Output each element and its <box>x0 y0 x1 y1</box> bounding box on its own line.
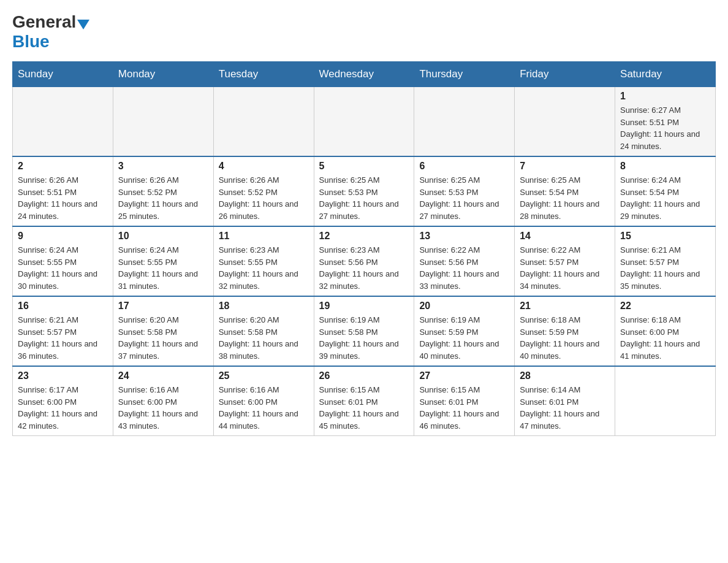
calendar-day-cell: 21Sunrise: 6:18 AMSunset: 5:59 PMDayligh… <box>515 296 615 366</box>
day-number: 25 <box>219 370 309 381</box>
calendar-day-cell: 26Sunrise: 6:15 AMSunset: 6:01 PMDayligh… <box>314 366 414 436</box>
calendar-day-cell: 18Sunrise: 6:20 AMSunset: 5:58 PMDayligh… <box>213 296 314 366</box>
day-number: 17 <box>118 301 208 312</box>
calendar-day-cell: 1Sunrise: 6:27 AMSunset: 5:51 PMDaylight… <box>615 87 716 157</box>
day-info: Sunrise: 6:26 AMSunset: 5:52 PMDaylight:… <box>219 174 309 222</box>
calendar-day-cell: 24Sunrise: 6:16 AMSunset: 6:00 PMDayligh… <box>113 366 213 436</box>
day-number: 18 <box>219 301 309 312</box>
calendar-day-cell: 22Sunrise: 6:18 AMSunset: 6:00 PMDayligh… <box>615 296 716 366</box>
calendar-day-cell: 9Sunrise: 6:24 AMSunset: 5:55 PMDaylight… <box>13 226 113 296</box>
day-info: Sunrise: 6:18 AMSunset: 6:00 PMDaylight:… <box>620 314 710 362</box>
calendar-day-cell <box>414 87 515 157</box>
day-number: 11 <box>219 231 309 242</box>
day-number: 21 <box>520 301 610 312</box>
logo: General Blue <box>12 12 91 52</box>
calendar-header-row: Sunday Monday Tuesday Wednesday Thursday… <box>13 62 716 87</box>
calendar-day-cell: 12Sunrise: 6:23 AMSunset: 5:56 PMDayligh… <box>314 226 414 296</box>
calendar-day-cell: 14Sunrise: 6:22 AMSunset: 5:57 PMDayligh… <box>515 226 615 296</box>
day-info: Sunrise: 6:21 AMSunset: 5:57 PMDaylight:… <box>18 314 108 362</box>
day-number: 10 <box>118 231 208 242</box>
day-info: Sunrise: 6:22 AMSunset: 5:56 PMDaylight:… <box>419 244 509 292</box>
day-info: Sunrise: 6:26 AMSunset: 5:51 PMDaylight:… <box>18 174 108 222</box>
calendar-day-cell: 13Sunrise: 6:22 AMSunset: 5:56 PMDayligh… <box>414 226 515 296</box>
day-number: 23 <box>18 370 108 381</box>
calendar-day-cell: 16Sunrise: 6:21 AMSunset: 5:57 PMDayligh… <box>13 296 113 366</box>
day-info: Sunrise: 6:17 AMSunset: 6:00 PMDaylight:… <box>18 384 108 432</box>
page-header: General Blue <box>12 12 716 52</box>
day-info: Sunrise: 6:21 AMSunset: 5:57 PMDaylight:… <box>620 244 710 292</box>
day-info: Sunrise: 6:23 AMSunset: 5:56 PMDaylight:… <box>319 244 409 292</box>
calendar-day-cell: 19Sunrise: 6:19 AMSunset: 5:58 PMDayligh… <box>314 296 414 366</box>
day-info: Sunrise: 6:25 AMSunset: 5:53 PMDaylight:… <box>419 174 509 222</box>
day-info: Sunrise: 6:24 AMSunset: 5:55 PMDaylight:… <box>118 244 208 292</box>
day-number: 4 <box>219 161 309 172</box>
calendar-day-cell: 6Sunrise: 6:25 AMSunset: 5:53 PMDaylight… <box>414 156 515 226</box>
day-info: Sunrise: 6:19 AMSunset: 5:59 PMDaylight:… <box>419 314 509 362</box>
calendar-day-cell: 5Sunrise: 6:25 AMSunset: 5:53 PMDaylight… <box>314 156 414 226</box>
logo-blue-text: Blue <box>12 32 50 51</box>
day-info: Sunrise: 6:14 AMSunset: 6:01 PMDaylight:… <box>520 384 610 432</box>
calendar-day-cell <box>113 87 213 157</box>
day-info: Sunrise: 6:24 AMSunset: 5:54 PMDaylight:… <box>620 174 710 222</box>
calendar-day-cell: 3Sunrise: 6:26 AMSunset: 5:52 PMDaylight… <box>113 156 213 226</box>
header-saturday: Saturday <box>615 62 716 87</box>
calendar-day-cell: 23Sunrise: 6:17 AMSunset: 6:00 PMDayligh… <box>13 366 113 436</box>
day-info: Sunrise: 6:19 AMSunset: 5:58 PMDaylight:… <box>319 314 409 362</box>
day-number: 3 <box>118 161 208 172</box>
day-number: 20 <box>419 301 509 312</box>
day-number: 2 <box>18 161 108 172</box>
calendar-day-cell: 28Sunrise: 6:14 AMSunset: 6:01 PMDayligh… <box>515 366 615 436</box>
calendar-day-cell <box>515 87 615 157</box>
day-number: 27 <box>419 370 509 381</box>
day-info: Sunrise: 6:18 AMSunset: 5:59 PMDaylight:… <box>520 314 610 362</box>
header-friday: Friday <box>515 62 615 87</box>
day-number: 26 <box>319 370 409 381</box>
day-number: 14 <box>520 231 610 242</box>
calendar-week-row: 16Sunrise: 6:21 AMSunset: 5:57 PMDayligh… <box>13 296 716 366</box>
logo-triangle-icon <box>77 20 89 29</box>
day-info: Sunrise: 6:23 AMSunset: 5:55 PMDaylight:… <box>219 244 309 292</box>
day-info: Sunrise: 6:24 AMSunset: 5:55 PMDaylight:… <box>18 244 108 292</box>
day-number: 24 <box>118 370 208 381</box>
calendar-day-cell <box>13 87 113 157</box>
calendar-day-cell <box>213 87 314 157</box>
calendar-week-row: 1Sunrise: 6:27 AMSunset: 5:51 PMDaylight… <box>13 87 716 157</box>
calendar-day-cell: 20Sunrise: 6:19 AMSunset: 5:59 PMDayligh… <box>414 296 515 366</box>
day-info: Sunrise: 6:20 AMSunset: 5:58 PMDaylight:… <box>118 314 208 362</box>
header-wednesday: Wednesday <box>314 62 414 87</box>
header-tuesday: Tuesday <box>213 62 314 87</box>
day-number: 9 <box>18 231 108 242</box>
calendar-week-row: 2Sunrise: 6:26 AMSunset: 5:51 PMDaylight… <box>13 156 716 226</box>
day-number: 16 <box>18 301 108 312</box>
calendar-week-row: 9Sunrise: 6:24 AMSunset: 5:55 PMDaylight… <box>13 226 716 296</box>
day-number: 12 <box>319 231 409 242</box>
day-info: Sunrise: 6:22 AMSunset: 5:57 PMDaylight:… <box>520 244 610 292</box>
calendar-day-cell: 25Sunrise: 6:16 AMSunset: 6:00 PMDayligh… <box>213 366 314 436</box>
calendar-day-cell: 4Sunrise: 6:26 AMSunset: 5:52 PMDaylight… <box>213 156 314 226</box>
day-number: 13 <box>419 231 509 242</box>
calendar-day-cell: 17Sunrise: 6:20 AMSunset: 5:58 PMDayligh… <box>113 296 213 366</box>
day-info: Sunrise: 6:25 AMSunset: 5:54 PMDaylight:… <box>520 174 610 222</box>
header-monday: Monday <box>113 62 213 87</box>
logo-general-text: General <box>12 12 76 32</box>
day-info: Sunrise: 6:15 AMSunset: 6:01 PMDaylight:… <box>419 384 509 432</box>
day-number: 7 <box>520 161 610 172</box>
calendar-day-cell: 2Sunrise: 6:26 AMSunset: 5:51 PMDaylight… <box>13 156 113 226</box>
day-info: Sunrise: 6:26 AMSunset: 5:52 PMDaylight:… <box>118 174 208 222</box>
header-sunday: Sunday <box>13 62 113 87</box>
day-number: 6 <box>419 161 509 172</box>
day-number: 8 <box>620 161 710 172</box>
day-info: Sunrise: 6:20 AMSunset: 5:58 PMDaylight:… <box>219 314 309 362</box>
day-number: 5 <box>319 161 409 172</box>
day-info: Sunrise: 6:27 AMSunset: 5:51 PMDaylight:… <box>620 104 710 152</box>
calendar-day-cell <box>314 87 414 157</box>
day-info: Sunrise: 6:16 AMSunset: 6:00 PMDaylight:… <box>219 384 309 432</box>
day-number: 22 <box>620 301 710 312</box>
day-number: 1 <box>620 91 710 102</box>
header-thursday: Thursday <box>414 62 515 87</box>
calendar-day-cell: 10Sunrise: 6:24 AMSunset: 5:55 PMDayligh… <box>113 226 213 296</box>
day-info: Sunrise: 6:16 AMSunset: 6:00 PMDaylight:… <box>118 384 208 432</box>
day-number: 28 <box>520 370 610 381</box>
calendar-day-cell: 11Sunrise: 6:23 AMSunset: 5:55 PMDayligh… <box>213 226 314 296</box>
calendar-week-row: 23Sunrise: 6:17 AMSunset: 6:00 PMDayligh… <box>13 366 716 436</box>
